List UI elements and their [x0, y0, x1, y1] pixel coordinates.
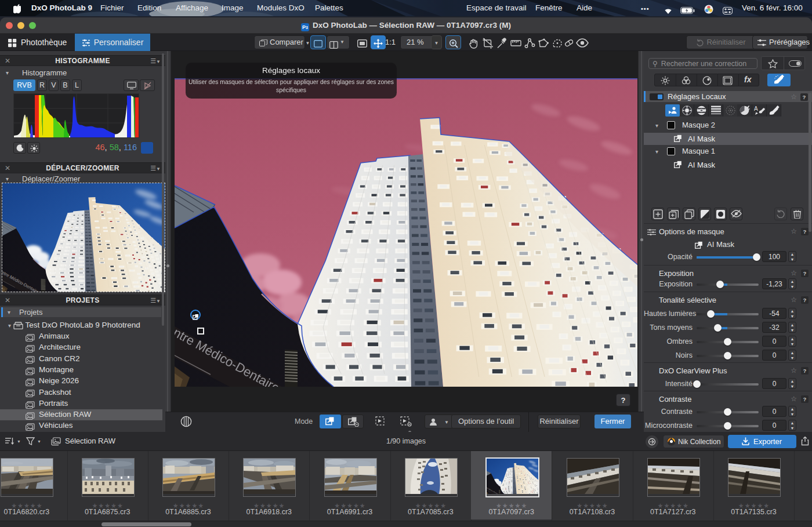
svg-text:A: A [754, 106, 758, 112]
